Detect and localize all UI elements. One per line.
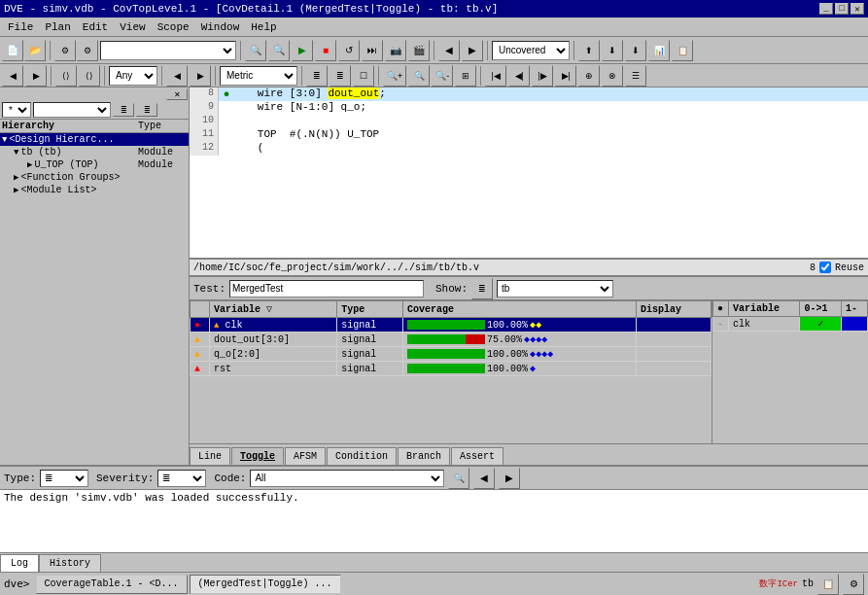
menu-plan[interactable]: Plan	[39, 19, 76, 35]
expand-icon-1: ▼	[14, 148, 18, 158]
export-btn3[interactable]: ⬇	[625, 40, 646, 61]
zoom-in-btn[interactable]: 🔍	[245, 40, 266, 61]
tb2-nav6[interactable]: ⊗	[602, 65, 623, 87]
tb2-btn3[interactable]: ⟨⟩	[55, 65, 77, 87]
code-select[interactable]: All	[250, 470, 444, 487]
hier-item-1[interactable]: ▼ tb (tb) Module	[0, 146, 189, 158]
capture-btn[interactable]: 🎬	[408, 40, 430, 61]
hier-filter-select2[interactable]	[33, 102, 111, 118]
row2-type: signal	[337, 347, 403, 362]
cov-tab-toggle[interactable]: Toggle	[231, 447, 284, 465]
tb2-grid-btn2[interactable]: ≣	[330, 65, 351, 87]
bottom-search-btn[interactable]: 🔍	[448, 468, 469, 489]
tb2-fit-btn[interactable]: ⊞	[455, 65, 476, 87]
cov-row-0[interactable]: ● ▲ clk signal 100.00%	[191, 318, 712, 332]
tb2-zoom2[interactable]: 🔍	[408, 65, 430, 87]
minimize-button[interactable]: _	[819, 3, 833, 15]
cov-tab-afsm[interactable]: AFSM	[285, 447, 326, 465]
zoom-out-btn[interactable]: 🔍	[268, 40, 290, 61]
cov-tab-condition[interactable]: Condition	[327, 447, 397, 465]
menu-scope[interactable]: Scope	[152, 19, 195, 35]
taskbar-tab-1[interactable]: (MergedTest|Toggle) ...	[190, 575, 341, 594]
hier-filter-btn1[interactable]: ≣	[113, 103, 134, 117]
maximize-button[interactable]: □	[835, 3, 849, 15]
tb2-btn1[interactable]: ◀	[2, 65, 23, 87]
tb2-nav4[interactable]: ▶|	[555, 65, 576, 87]
tb2-btn6[interactable]: ▶	[190, 65, 211, 87]
taskbar-tab-0[interactable]: CoverageTable.1 - <D...	[36, 575, 188, 594]
cov-row-3[interactable]: ▲ rst signal 100.00% ◆	[191, 362, 712, 376]
cov-tab-line[interactable]: Line	[190, 447, 230, 465]
cov-tab-assert[interactable]: Assert	[451, 447, 503, 465]
cov-tab-branch[interactable]: Branch	[398, 447, 450, 465]
th-coverage: Coverage	[403, 301, 637, 318]
tb2-grid-btn3[interactable]: ☐	[353, 65, 374, 87]
export-btn4[interactable]: 📊	[648, 40, 670, 61]
expand-icon-2: ▶	[27, 159, 32, 170]
test-input[interactable]	[229, 280, 424, 298]
forward-btn[interactable]: ⏭	[362, 40, 383, 61]
sim-btn1[interactable]: ⚙	[54, 40, 76, 61]
rcov-row0-indicator: -	[713, 317, 729, 332]
fwd-btn[interactable]: ▶	[462, 40, 483, 61]
close-button[interactable]: ✕	[851, 3, 864, 15]
menu-file[interactable]: File	[2, 19, 39, 35]
tb2-settings[interactable]: ☰	[625, 65, 646, 87]
stop-btn[interactable]: ■	[315, 40, 336, 61]
uncovered-dropdown[interactable]: Uncovered	[492, 41, 570, 60]
type-select[interactable]: ≣	[40, 470, 88, 487]
rcov-row-0[interactable]: - clk ✓	[713, 317, 868, 332]
bottom-tab-log[interactable]: Log	[0, 554, 39, 572]
any-dropdown[interactable]: Any	[109, 66, 157, 86]
hier-item-4[interactable]: ▶ <Module List>	[0, 184, 189, 196]
sim-btn2[interactable]: ⚙	[77, 40, 98, 61]
tb2-nav1[interactable]: |◀	[485, 65, 506, 87]
screenshot-btn[interactable]: 📷	[385, 40, 406, 61]
hier-item-3[interactable]: ▶ <Function Groups>	[0, 171, 189, 184]
tb2-btn4[interactable]: ⟨⟩	[79, 65, 100, 87]
export-btn1[interactable]: ⬆	[578, 40, 600, 61]
play-btn[interactable]: ▶	[292, 40, 313, 61]
status-icon1[interactable]: 📋	[817, 574, 839, 595]
tb2-nav2[interactable]: ◀|	[508, 65, 530, 87]
open-button[interactable]: 📂	[24, 40, 46, 61]
right-section: 8 ● wire [3:0] dout_out; 9 wire [N-1:0] …	[190, 88, 868, 465]
menu-view[interactable]: View	[114, 19, 151, 35]
tb2-divider1	[51, 66, 52, 86]
bottom-next-btn[interactable]: ▶	[499, 468, 520, 489]
export-btn2[interactable]: ⬇	[602, 40, 623, 61]
reuse-checkbox[interactable]	[819, 262, 831, 273]
tb2-btn5[interactable]: ◀	[166, 65, 188, 87]
menu-edit[interactable]: Edit	[77, 19, 114, 35]
tb2-btn2[interactable]: ▶	[25, 65, 47, 87]
tb2-zoom3[interactable]: 🔍-	[432, 65, 453, 87]
metric-dropdown[interactable]: Metric	[220, 66, 297, 86]
tb2-nav3[interactable]: |▶	[532, 65, 553, 87]
cov-tab-line-label: Line	[198, 451, 222, 462]
tb2-nav5[interactable]: ⊕	[578, 65, 600, 87]
bottom-prev-btn[interactable]: ◀	[473, 468, 495, 489]
line-content-9: wire [N-1:0] q_o;	[234, 101, 366, 115]
tb2-grid-btn1[interactable]: ≣	[306, 65, 328, 87]
show-dropdown[interactable]: tb	[497, 280, 613, 298]
cov-row-1[interactable]: ▲ dout_out[3:0] signal 75.00%	[191, 332, 712, 347]
back-btn[interactable]: ◀	[438, 40, 460, 61]
cov-row-2[interactable]: ▲ q_o[2:0] signal 100.00% ◆◆◆◆	[191, 347, 712, 362]
title-bar-controls: _ □ ✕	[819, 3, 864, 15]
close-left-panel[interactable]: ✕	[166, 88, 188, 100]
hier-filter-select[interactable]: *	[2, 102, 31, 118]
scope-dropdown[interactable]	[100, 41, 236, 60]
tb2-zoom1[interactable]: 🔍+	[383, 65, 406, 87]
new-button[interactable]: 📄	[2, 40, 23, 61]
menu-window[interactable]: Window	[195, 19, 246, 35]
status-icon2[interactable]: ⚙	[843, 574, 864, 595]
hier-filter-btn2[interactable]: ≣	[136, 103, 157, 117]
menu-help[interactable]: Help	[245, 19, 282, 35]
show-icon-btn[interactable]: ≣	[471, 278, 493, 299]
bottom-tab-history[interactable]: History	[39, 554, 101, 572]
export-btn5[interactable]: 📋	[672, 40, 693, 61]
hier-item-0[interactable]: ▼ <Design Hierarc...	[0, 133, 189, 146]
severity-select[interactable]: ≣	[157, 470, 206, 487]
hier-item-2[interactable]: ▶ U_TOP (TOP) Module	[0, 158, 189, 171]
restart-btn[interactable]: ↺	[338, 40, 360, 61]
